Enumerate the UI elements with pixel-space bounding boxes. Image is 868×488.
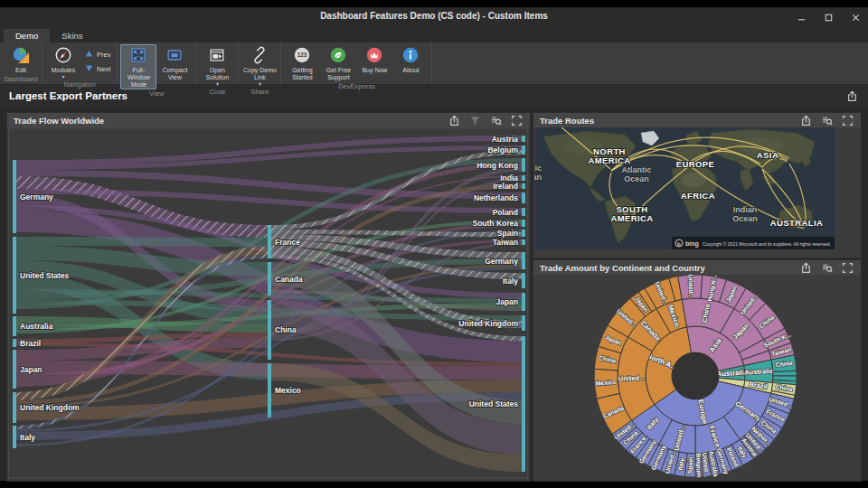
maximize-panel-icon[interactable] <box>842 261 854 274</box>
sunburst-segment-unlabeled[interactable] <box>773 371 797 376</box>
titlebar: Dashboard Features Demo (CS code) - Cust… <box>0 7 868 27</box>
maximize-icon[interactable] <box>821 10 835 24</box>
sankey-node-united-kingdom-r[interactable] <box>522 315 525 331</box>
ribbon-group-label: View <box>120 89 193 99</box>
prev-icon <box>85 50 93 60</box>
inspect-data-icon[interactable] <box>821 261 834 274</box>
map-label-europe: EUROPE <box>676 159 715 169</box>
sankey-node-australia[interactable] <box>13 316 16 336</box>
panel-trade-flow: Trade Flow Worldwide GermanyUnited State… <box>7 113 530 481</box>
next-icon <box>85 64 93 74</box>
trade-routes-map[interactable]: NORTHAMERICAEUROPEASIAAFRICASOUTHAMERICA… <box>534 127 835 249</box>
sankey-node-japan[interactable] <box>13 350 16 389</box>
ribbon-button-label: Full-Window Mode <box>121 67 156 89</box>
maximize-panel-icon[interactable] <box>842 114 854 127</box>
sankey-node-united-kingdom[interactable] <box>13 392 16 423</box>
sankey-node-austria-r[interactable] <box>522 136 525 142</box>
panel-trade-amount: Trade Amount by Continent and Country As… <box>533 260 861 481</box>
ribbon-group-label: Share <box>241 88 278 98</box>
sankey-node-poland-r[interactable] <box>522 208 525 216</box>
ribbon-button-full-window-mode[interactable]: Full-Window Mode <box>120 44 156 89</box>
sankey-node-germany-r[interactable] <box>522 252 525 269</box>
ribbon-button-label: Copy Demo Link <box>242 67 277 81</box>
sankey-node-label: Australia <box>20 322 53 331</box>
close-icon[interactable] <box>848 10 863 24</box>
sankey-node-label: Hong Kong <box>476 161 518 170</box>
sankey-node-label: Germany <box>20 192 53 202</box>
tab-skins[interactable]: Skins <box>50 29 94 42</box>
sankey-node-united-states-r[interactable] <box>522 336 525 472</box>
sankey-node-label: United States <box>469 399 519 408</box>
sankey-node-japan-r[interactable] <box>522 293 525 311</box>
sankey-node-germany[interactable] <box>13 160 16 233</box>
minimize-icon[interactable] <box>794 10 808 24</box>
compact-icon <box>165 46 184 67</box>
ribbon-button-modules[interactable]: Modules▾ <box>45 44 81 80</box>
sankey-node-united-states[interactable] <box>13 237 16 314</box>
ribbon-group-label: Code <box>199 88 235 98</box>
ribbon-button-compact-view[interactable]: Compact View <box>156 44 193 82</box>
sankey-body: GermanyUnited StatesAustraliaBrazilJapan… <box>8 127 529 480</box>
ribbon-button-label: Getting Started <box>285 67 319 81</box>
map-label-atlantic-ocean: Ocean <box>624 174 649 183</box>
sankey-node-india-r[interactable] <box>522 175 525 181</box>
sankey-node-china[interactable] <box>268 300 271 360</box>
map-label-asia: ASIA <box>757 150 778 160</box>
export-icon[interactable] <box>448 114 461 127</box>
sankey-node-mexico[interactable] <box>268 363 271 418</box>
ribbon-button-next[interactable]: Next <box>85 64 110 74</box>
panel-caption-trade-routes: Trade Routes <box>533 113 861 127</box>
clear-master-filter-icon[interactable] <box>469 114 482 127</box>
sankey-node-hong-kong-r[interactable] <box>522 158 525 172</box>
sankey-node-italy[interactable] <box>13 426 16 448</box>
maximize-panel-icon[interactable] <box>511 114 524 127</box>
map-label-africa: AFRICA <box>681 191 715 201</box>
inspect-data-icon[interactable] <box>490 114 503 127</box>
sankey-node-france[interactable] <box>268 225 271 258</box>
tab-demo[interactable]: Demo <box>4 29 50 42</box>
window-title: Dashboard Features Demo (CS code) - Cust… <box>0 11 868 21</box>
ribbon-button-copy-demo-link[interactable]: Copy Demo Link▾ <box>241 44 278 88</box>
sankey-node-ireland-r[interactable] <box>522 183 525 189</box>
sankey-node-label: China <box>275 325 297 334</box>
trade-flow-sankey-chart[interactable]: GermanyUnited StatesAustraliaBrazilJapan… <box>8 127 529 480</box>
export-icon[interactable] <box>846 89 859 102</box>
sankey-node-spain-r[interactable] <box>522 230 525 237</box>
ribbon-button-buy-now[interactable]: Buy Now <box>356 44 392 75</box>
panel-title: Trade Routes <box>540 116 594 126</box>
sunburst-segment-label: United... <box>618 373 646 382</box>
ribbon-group-code: Open Solution▾Code <box>196 42 239 84</box>
sankey-node-label: Brazil <box>20 339 41 348</box>
ribbon: EditDashboardModules▾PrevNextNavigationF… <box>0 42 868 85</box>
sankey-node-label: Italy <box>503 277 518 286</box>
sankey-node-canada[interactable] <box>268 262 271 296</box>
ribbon-button-prev[interactable]: Prev <box>85 50 110 60</box>
sankey-node-italy-r[interactable] <box>522 273 525 288</box>
inspect-data-icon[interactable] <box>821 114 834 127</box>
sankey-node-brazil[interactable] <box>13 339 16 347</box>
ribbon-button-edit[interactable]: Edit <box>3 44 39 75</box>
sankey-node-label: United Kingdom <box>20 403 80 412</box>
ribbon-button-about[interactable]: About <box>392 44 429 75</box>
bing-logo-text: bing <box>685 240 699 248</box>
ribbon-tab-bar: Demo Skins <box>0 27 868 42</box>
ribbon-button-get-free-support[interactable]: Get Free Support <box>320 44 356 82</box>
dropdown-arrow-icon: ▾ <box>216 81 219 87</box>
bing-logo-icon: b <box>677 241 681 247</box>
svg-text:123: 123 <box>297 52 307 58</box>
ribbon-button-open-solution[interactable]: Open Solution▾ <box>199 44 235 88</box>
export-icon[interactable] <box>800 114 813 127</box>
panel-title: Trade Flow Worldwide <box>14 116 104 126</box>
map-label-atlantic-ocean: Atlantic <box>621 165 651 174</box>
sankey-node-label: Italy <box>20 433 35 442</box>
sankey-node-belgium-r[interactable] <box>522 145 525 155</box>
sankey-node-netherlands-r[interactable] <box>522 192 525 203</box>
sankey-node-taiwan-r[interactable] <box>522 239 525 245</box>
sankey-link-united-states-france[interactable] <box>16 237 268 247</box>
export-icon[interactable] <box>800 261 813 274</box>
trade-amount-sunburst-chart[interactable]: AsiaAustraliaEuropeNorth A...ChinaJapanA… <box>534 275 860 479</box>
ribbon-group-share: Copy Demo Link▾Share <box>239 42 281 84</box>
ribbon-button-getting-started[interactable]: 123Getting Started <box>284 44 320 82</box>
sankey-node-label: Poland <box>493 208 518 217</box>
sankey-node-south-korea-r[interactable] <box>522 220 525 227</box>
